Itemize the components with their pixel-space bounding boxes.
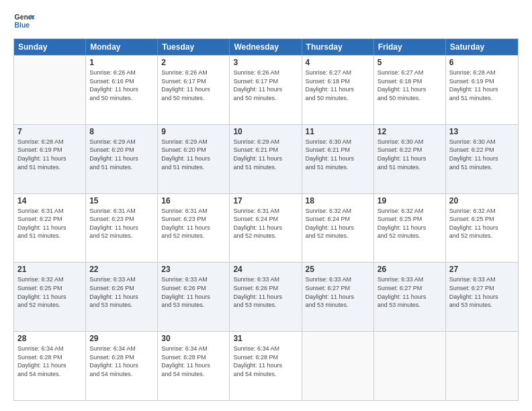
day-info: Sunrise: 6:27 AMSunset: 6:18 PMDaylight:…: [378, 68, 442, 102]
day-number: 6: [449, 58, 515, 67]
calendar-row-1: 7Sunrise: 6:28 AMSunset: 6:19 PMDaylight…: [14, 124, 518, 193]
day-info: Sunrise: 6:29 AMSunset: 6:20 PMDaylight:…: [161, 138, 226, 171]
day-cell-30: 30Sunrise: 6:34 AMSunset: 6:28 PMDayligh…: [158, 332, 230, 400]
day-number: 17: [233, 196, 298, 205]
day-number: 3: [233, 58, 298, 67]
day-info: Sunrise: 6:34 AMSunset: 6:28 PMDaylight:…: [161, 345, 226, 378]
empty-cell: [374, 332, 446, 400]
day-cell-7: 7Sunrise: 6:28 AMSunset: 6:19 PMDaylight…: [14, 125, 86, 193]
day-cell-8: 8Sunrise: 6:29 AMSunset: 6:20 PMDaylight…: [86, 125, 158, 193]
day-number: 21: [17, 265, 82, 274]
header-day-monday: Monday: [86, 39, 158, 55]
day-info: Sunrise: 6:32 AMSunset: 6:25 PMDaylight:…: [378, 207, 442, 240]
day-number: 18: [306, 196, 370, 205]
day-number: 12: [378, 127, 442, 136]
day-info: Sunrise: 6:26 AMSunset: 6:17 PMDaylight:…: [233, 68, 298, 102]
day-info: Sunrise: 6:29 AMSunset: 6:21 PMDaylight:…: [233, 138, 298, 171]
day-cell-25: 25Sunrise: 6:33 AMSunset: 6:27 PMDayligh…: [302, 263, 374, 331]
day-number: 10: [233, 127, 298, 136]
day-info: Sunrise: 6:30 AMSunset: 6:22 PMDaylight:…: [449, 138, 515, 171]
day-cell-28: 28Sunrise: 6:34 AMSunset: 6:28 PMDayligh…: [14, 332, 86, 400]
day-number: 19: [378, 196, 442, 205]
calendar-row-2: 14Sunrise: 6:31 AMSunset: 6:22 PMDayligh…: [14, 193, 518, 263]
day-cell-24: 24Sunrise: 6:33 AMSunset: 6:26 PMDayligh…: [230, 263, 302, 331]
day-info: Sunrise: 6:27 AMSunset: 6:18 PMDaylight:…: [306, 68, 370, 102]
page: General Blue SundayMondayTuesdayWednesda…: [0, 0, 532, 411]
day-number: 13: [449, 127, 515, 136]
day-cell-17: 17Sunrise: 6:31 AMSunset: 6:24 PMDayligh…: [230, 194, 302, 263]
day-cell-1: 1Sunrise: 6:26 AMSunset: 6:16 PMDaylight…: [86, 56, 158, 124]
day-info: Sunrise: 6:33 AMSunset: 6:27 PMDaylight:…: [306, 275, 370, 309]
day-cell-19: 19Sunrise: 6:32 AMSunset: 6:25 PMDayligh…: [374, 194, 446, 263]
day-number: 20: [449, 196, 515, 205]
day-info: Sunrise: 6:30 AMSunset: 6:21 PMDaylight:…: [306, 138, 370, 171]
day-number: 23: [161, 265, 226, 274]
day-number: 25: [306, 265, 370, 274]
day-number: 16: [161, 196, 226, 205]
calendar-header: SundayMondayTuesdayWednesdayThursdayFrid…: [14, 39, 518, 55]
day-info: Sunrise: 6:34 AMSunset: 6:28 PMDaylight:…: [17, 345, 82, 378]
day-info: Sunrise: 6:29 AMSunset: 6:20 PMDaylight:…: [89, 138, 154, 171]
day-info: Sunrise: 6:30 AMSunset: 6:22 PMDaylight:…: [378, 138, 442, 171]
day-info: Sunrise: 6:28 AMSunset: 6:19 PMDaylight:…: [17, 138, 82, 171]
logo-icon: General Blue: [13, 10, 35, 32]
day-number: 5: [378, 58, 442, 67]
day-cell-27: 27Sunrise: 6:33 AMSunset: 6:27 PMDayligh…: [446, 263, 518, 331]
day-number: 24: [233, 265, 298, 274]
empty-cell: [302, 332, 374, 400]
day-number: 11: [306, 127, 370, 136]
day-number: 1: [89, 58, 154, 67]
header-day-tuesday: Tuesday: [158, 39, 230, 55]
day-info: Sunrise: 6:33 AMSunset: 6:26 PMDaylight:…: [233, 275, 298, 309]
day-cell-23: 23Sunrise: 6:33 AMSunset: 6:26 PMDayligh…: [158, 263, 230, 331]
day-number: 9: [161, 127, 226, 136]
day-cell-4: 4Sunrise: 6:27 AMSunset: 6:18 PMDaylight…: [302, 56, 374, 124]
calendar-row-0: 1Sunrise: 6:26 AMSunset: 6:16 PMDaylight…: [14, 55, 518, 124]
day-cell-14: 14Sunrise: 6:31 AMSunset: 6:22 PMDayligh…: [14, 194, 86, 263]
day-number: 29: [89, 334, 154, 343]
day-info: Sunrise: 6:26 AMSunset: 6:16 PMDaylight:…: [89, 68, 154, 102]
day-info: Sunrise: 6:32 AMSunset: 6:25 PMDaylight:…: [449, 207, 515, 240]
day-number: 22: [89, 265, 154, 274]
day-number: 28: [17, 334, 82, 343]
day-cell-31: 31Sunrise: 6:34 AMSunset: 6:28 PMDayligh…: [230, 332, 302, 400]
day-cell-13: 13Sunrise: 6:30 AMSunset: 6:22 PMDayligh…: [446, 125, 518, 193]
day-info: Sunrise: 6:28 AMSunset: 6:19 PMDaylight:…: [449, 68, 515, 102]
day-info: Sunrise: 6:26 AMSunset: 6:17 PMDaylight:…: [161, 68, 226, 102]
day-info: Sunrise: 6:33 AMSunset: 6:26 PMDaylight:…: [89, 275, 154, 309]
day-cell-21: 21Sunrise: 6:32 AMSunset: 6:25 PMDayligh…: [14, 263, 86, 331]
day-cell-20: 20Sunrise: 6:32 AMSunset: 6:25 PMDayligh…: [446, 194, 518, 263]
day-cell-3: 3Sunrise: 6:26 AMSunset: 6:17 PMDaylight…: [230, 56, 302, 124]
day-cell-5: 5Sunrise: 6:27 AMSunset: 6:18 PMDaylight…: [374, 56, 446, 124]
calendar-row-3: 21Sunrise: 6:32 AMSunset: 6:25 PMDayligh…: [14, 262, 518, 331]
day-cell-6: 6Sunrise: 6:28 AMSunset: 6:19 PMDaylight…: [446, 56, 518, 124]
day-cell-18: 18Sunrise: 6:32 AMSunset: 6:24 PMDayligh…: [302, 194, 374, 263]
header-day-saturday: Saturday: [446, 39, 518, 55]
day-number: 27: [449, 265, 515, 274]
day-number: 31: [233, 334, 298, 343]
day-info: Sunrise: 6:33 AMSunset: 6:27 PMDaylight:…: [378, 275, 442, 309]
day-info: Sunrise: 6:34 AMSunset: 6:28 PMDaylight:…: [233, 345, 298, 378]
day-info: Sunrise: 6:32 AMSunset: 6:25 PMDaylight:…: [17, 275, 82, 309]
day-info: Sunrise: 6:31 AMSunset: 6:24 PMDaylight:…: [233, 207, 298, 240]
day-number: 14: [17, 196, 82, 205]
day-cell-26: 26Sunrise: 6:33 AMSunset: 6:27 PMDayligh…: [374, 263, 446, 331]
day-number: 4: [306, 58, 370, 67]
calendar-row-4: 28Sunrise: 6:34 AMSunset: 6:28 PMDayligh…: [14, 331, 518, 400]
day-number: 7: [17, 127, 82, 136]
day-cell-9: 9Sunrise: 6:29 AMSunset: 6:20 PMDaylight…: [158, 125, 230, 193]
day-info: Sunrise: 6:33 AMSunset: 6:26 PMDaylight:…: [161, 275, 226, 309]
day-number: 8: [89, 127, 154, 136]
day-cell-22: 22Sunrise: 6:33 AMSunset: 6:26 PMDayligh…: [86, 263, 158, 331]
empty-cell: [14, 56, 86, 124]
logo: General Blue: [13, 10, 38, 32]
header-day-wednesday: Wednesday: [230, 39, 302, 55]
day-info: Sunrise: 6:31 AMSunset: 6:23 PMDaylight:…: [161, 207, 226, 240]
day-number: 30: [161, 334, 226, 343]
header-day-thursday: Thursday: [302, 39, 374, 55]
empty-cell: [446, 332, 518, 400]
day-info: Sunrise: 6:33 AMSunset: 6:27 PMDaylight:…: [449, 275, 515, 309]
svg-text:Blue: Blue: [15, 21, 30, 29]
header-day-friday: Friday: [374, 39, 446, 55]
day-cell-11: 11Sunrise: 6:30 AMSunset: 6:21 PMDayligh…: [302, 125, 374, 193]
